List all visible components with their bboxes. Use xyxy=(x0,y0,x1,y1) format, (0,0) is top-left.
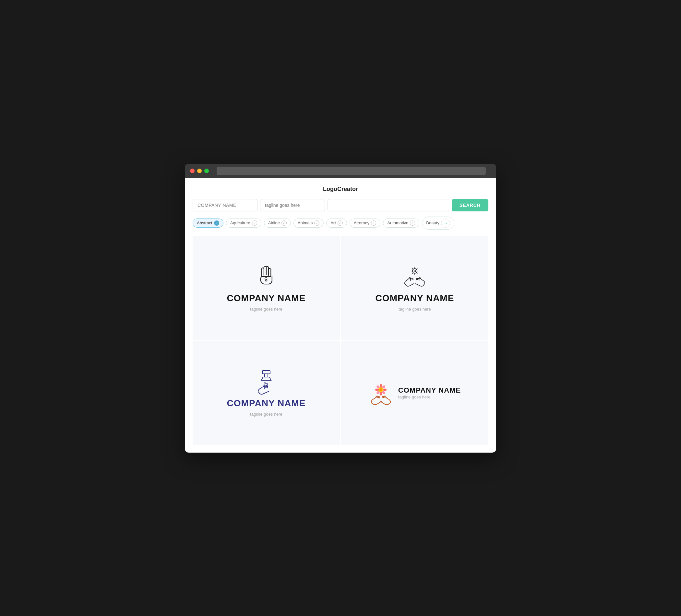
minimize-button[interactable] xyxy=(197,169,202,173)
hand-spiral-icon xyxy=(253,264,279,290)
category-abstract-label: Abstract xyxy=(197,221,212,225)
category-beauty[interactable]: Beauty → xyxy=(422,216,454,230)
company-name-input[interactable] xyxy=(193,199,257,211)
logo-4-inner: COMPANY NAME tagline goes here xyxy=(369,381,461,405)
art-check-icon: ✓ xyxy=(337,221,343,226)
category-attorney-label: Attorney xyxy=(354,221,369,225)
svg-point-2 xyxy=(414,270,415,272)
svg-rect-3 xyxy=(262,370,270,374)
category-animals-label: Animals xyxy=(298,221,312,225)
airline-check-icon: ✓ xyxy=(281,221,287,226)
svg-point-9 xyxy=(379,388,382,391)
logo-4-text-group: COMPANY NAME tagline goes here xyxy=(398,386,461,400)
close-button[interactable] xyxy=(190,169,195,173)
category-airline[interactable]: Airline ✓ xyxy=(264,219,291,228)
agriculture-check-icon: ✓ xyxy=(252,221,257,226)
category-attorney[interactable]: Attorney ✓ xyxy=(350,219,380,228)
keyword-input[interactable] xyxy=(328,199,449,211)
tagline-input[interactable] xyxy=(260,199,325,211)
category-automotive-label: Automotive xyxy=(387,221,408,225)
titlebar xyxy=(185,164,496,178)
hands-flower-icon xyxy=(369,381,393,405)
logo-1-inner: COMPANY NAME tagline goes here xyxy=(227,264,306,312)
logo-1-tagline: tagline goes here xyxy=(250,307,282,312)
logo-card-4[interactable]: COMPANY NAME tagline goes here xyxy=(341,341,488,445)
logo-3-inner: COMPANY NAME tagline goes here xyxy=(227,369,306,417)
attorney-check-icon: ✓ xyxy=(371,221,376,226)
svg-point-10 xyxy=(380,384,382,387)
logo-card-2[interactable]: COMPANY NAME tagline goes here xyxy=(341,236,488,340)
logo-2-tagline: tagline goes here xyxy=(399,307,431,312)
logo-grid: COMPANY NAME tagline goes here xyxy=(193,236,488,445)
category-art-label: Art xyxy=(330,221,336,225)
search-bar: SEARCH xyxy=(193,199,488,211)
category-airline-label: Airline xyxy=(268,221,280,225)
logo-3-tagline: tagline goes here xyxy=(250,412,282,417)
category-animals[interactable]: Animals ✓ xyxy=(294,219,324,228)
svg-point-12 xyxy=(383,388,386,391)
maximize-button[interactable] xyxy=(204,169,209,173)
logo-4-tagline: tagline goes here xyxy=(398,394,461,400)
automotive-check-icon: ✓ xyxy=(410,221,415,226)
abstract-check-icon: ✓ xyxy=(214,221,219,226)
scroll-next-icon[interactable]: → xyxy=(441,219,450,228)
categories-bar: Abstract ✓ Agriculture ✓ Airline ✓ Anima… xyxy=(193,216,488,230)
logo-4-company: COMPANY NAME xyxy=(398,386,461,394)
app-title: LogoCreator xyxy=(193,186,488,192)
svg-point-14 xyxy=(380,392,382,395)
logo-3-company: COMPANY NAME xyxy=(227,398,306,409)
search-button[interactable]: SEARCH xyxy=(452,199,488,211)
logo-card-1[interactable]: COMPANY NAME tagline goes here xyxy=(193,236,340,340)
category-abstract[interactable]: Abstract ✓ xyxy=(193,219,223,228)
svg-point-16 xyxy=(375,388,379,391)
logo-2-inner: COMPANY NAME tagline goes here xyxy=(376,264,454,312)
logo-2-company: COMPANY NAME xyxy=(376,293,454,304)
hands-gear-icon xyxy=(402,264,428,290)
category-agriculture-label: Agriculture xyxy=(230,221,250,225)
browser-window: LogoCreator SEARCH Abstract ✓ Agricultur… xyxy=(185,164,496,453)
category-art[interactable]: Art ✓ xyxy=(326,219,347,228)
category-agriculture[interactable]: Agriculture ✓ xyxy=(226,219,261,228)
hand-sanitizer-icon xyxy=(253,369,279,395)
category-automotive[interactable]: Automotive ✓ xyxy=(383,219,419,228)
logo-1-company: COMPANY NAME xyxy=(227,293,306,304)
address-bar xyxy=(217,166,486,175)
app-content: LogoCreator SEARCH Abstract ✓ Agricultur… xyxy=(185,178,496,453)
logo-card-3[interactable]: COMPANY NAME tagline goes here xyxy=(193,341,340,445)
svg-point-4 xyxy=(264,382,266,384)
category-beauty-label: Beauty xyxy=(426,221,439,225)
animals-check-icon: ✓ xyxy=(314,221,320,226)
